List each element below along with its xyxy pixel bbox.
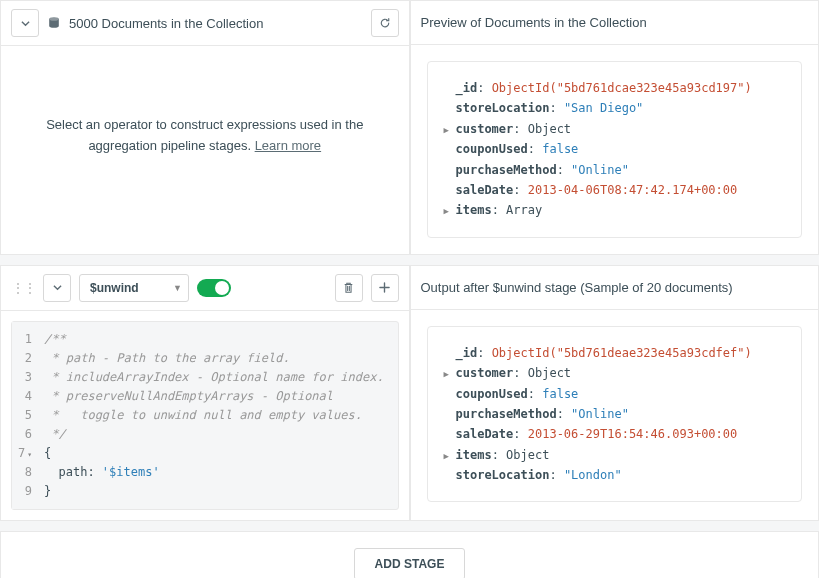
footer: ADD STAGE: [0, 531, 819, 578]
field-key: purchaseMethod: [456, 163, 557, 177]
collapse-button[interactable]: [11, 9, 39, 37]
preview-header: Preview of Documents in the Collection: [411, 1, 819, 45]
field-value: "Online": [571, 407, 629, 421]
field-value: Object: [528, 122, 571, 136]
delete-stage-button[interactable]: [335, 274, 363, 302]
preview-panel: Preview of Documents in the Collection _…: [410, 0, 820, 255]
field-value: "San Diego": [564, 101, 643, 115]
output-panel: Output after $unwind stage (Sample of 20…: [410, 265, 820, 521]
expand-caret-icon[interactable]: ▶: [444, 123, 454, 138]
field-value: Object: [528, 366, 571, 380]
field-key: items: [456, 448, 492, 462]
field-value: false: [542, 387, 578, 401]
expand-caret-icon[interactable]: ▶: [444, 449, 454, 464]
plus-icon: [379, 282, 390, 293]
stage-code-editor[interactable]: 1234567▾89 /** * path - Path to the arra…: [11, 321, 399, 510]
field-value: ObjectId("5bd761dcae323e45a93cd197"): [492, 81, 752, 95]
aggregation-builder: 5000 Documents in the Collection Select …: [0, 0, 819, 578]
stage-header: ⋮⋮ $unwind ▼: [1, 266, 409, 311]
stage-panel: ⋮⋮ $unwind ▼ 1234567▾89 /** * p: [0, 265, 410, 521]
field-key: customer: [456, 122, 514, 136]
field-value: "London": [564, 468, 622, 482]
chevron-down-icon: [53, 283, 62, 292]
field-value: Object: [506, 448, 549, 462]
field-value: ObjectId("5bd761deae323e45a93cdfef"): [492, 346, 752, 360]
field-key: storeLocation: [456, 101, 550, 115]
field-value: 2013-06-29T16:54:46.093+00:00: [528, 427, 738, 441]
field-value: false: [542, 142, 578, 156]
output-document: _id: ObjectId("5bd761deae323e45a93cdfef"…: [427, 326, 803, 503]
line-gutter: 1234567▾89: [12, 322, 40, 509]
preview-title: Preview of Documents in the Collection: [421, 15, 647, 30]
database-icon: [47, 16, 61, 30]
field-key: couponUsed: [456, 142, 528, 156]
code-content[interactable]: /** * path - Path to the array field. * …: [40, 322, 397, 509]
expand-caret-icon[interactable]: ▶: [444, 204, 454, 219]
operator-placeholder: Select an operator to construct expressi…: [1, 46, 409, 226]
add-stage-button[interactable]: ADD STAGE: [354, 548, 466, 578]
operator-value: $unwind: [90, 281, 139, 295]
source-header: 5000 Documents in the Collection: [1, 1, 409, 46]
operator-select[interactable]: $unwind ▼: [79, 274, 189, 302]
trash-icon: [343, 282, 354, 294]
field-key: saleDate: [456, 183, 514, 197]
output-header: Output after $unwind stage (Sample of 20…: [411, 266, 819, 310]
document-count: 5000 Documents in the Collection: [69, 16, 263, 31]
field-key: couponUsed: [456, 387, 528, 401]
expand-caret-icon[interactable]: ▶: [444, 367, 454, 382]
learn-more-link[interactable]: Learn more: [255, 138, 321, 153]
field-key: items: [456, 203, 492, 217]
source-panel: 5000 Documents in the Collection Select …: [0, 0, 410, 255]
stage-collapse-button[interactable]: [43, 274, 71, 302]
refresh-icon: [379, 17, 391, 29]
field-key: customer: [456, 366, 514, 380]
field-value: "Online": [571, 163, 629, 177]
refresh-button[interactable]: [371, 9, 399, 37]
drag-handle-icon[interactable]: ⋮⋮: [11, 280, 35, 296]
field-key: _id: [456, 81, 478, 95]
field-key: purchaseMethod: [456, 407, 557, 421]
field-key: _id: [456, 346, 478, 360]
chevron-down-icon: [21, 19, 30, 28]
chevron-down-icon: ▼: [173, 283, 182, 293]
field-value: 2013-04-06T08:47:42.174+00:00: [528, 183, 738, 197]
field-key: saleDate: [456, 427, 514, 441]
stage-enable-toggle[interactable]: [197, 279, 231, 297]
add-stage-inline-button[interactable]: [371, 274, 399, 302]
field-value: Array: [506, 203, 542, 217]
svg-point-1: [49, 17, 59, 21]
preview-document: _id: ObjectId("5bd761dcae323e45a93cd197"…: [427, 61, 803, 238]
field-key: storeLocation: [456, 468, 550, 482]
output-title: Output after $unwind stage (Sample of 20…: [421, 280, 733, 295]
